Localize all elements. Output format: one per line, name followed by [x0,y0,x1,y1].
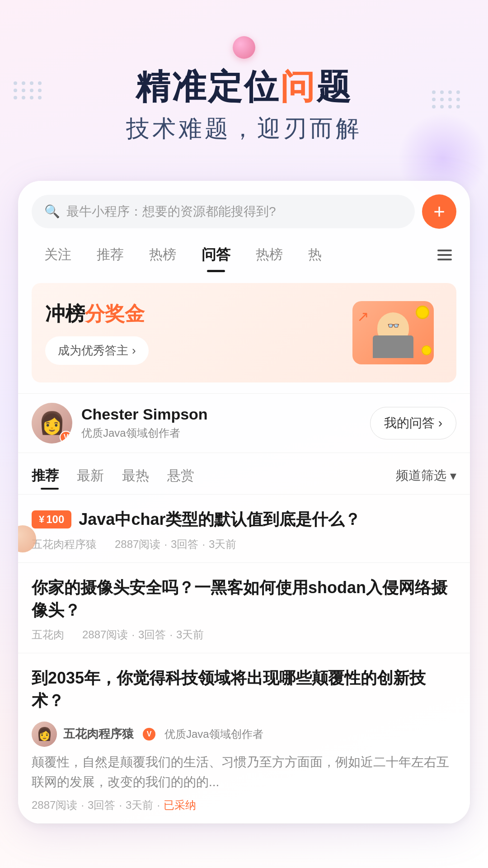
author-title-3: 优质Java领域创作者 [164,727,263,741]
question-author-1: 五花肉程序猿 [32,537,97,552]
question-author-2: 五花肉 [32,627,64,642]
question-title-1: Java中char类型的默认值到底是什么？ [79,508,361,531]
cartoon-laptop [373,335,413,358]
search-bar[interactable]: 🔍 最牛小程序：想要的资源都能搜得到? [32,195,415,228]
tab-hot1[interactable]: 热榜 [136,238,189,271]
question-time-3: 3天前 [126,798,153,812]
question-title-2: 你家的摄像头安全吗？一黑客如何使用shodan入侵网络摄像头？ [32,576,456,622]
add-button[interactable]: + [422,194,456,229]
hero-title-sub: 技术难题，迎刃而解 [27,113,461,145]
coin-1 [416,306,429,319]
nav-tabs: 关注 推荐 热榜 问答 热榜 热 [18,233,470,272]
dropdown-icon: ▾ [450,468,456,483]
coin-2 [422,345,432,355]
filter-tab-hottest[interactable]: 最热 [113,462,158,490]
filter-tab-latest[interactable]: 最新 [68,462,113,490]
question-item-2[interactable]: 你家的摄像头安全吗？一黑客如何使用shodan入侵网络摄像头？ 五花肉 2887… [18,563,470,653]
question-meta-1: 五花肉程序猿 2887阅读 · 3回答 · 3天前 [32,537,456,552]
tab-follow[interactable]: 关注 [32,238,84,271]
tab-recommend[interactable]: 推荐 [84,238,136,271]
question-reads-3: 2887阅读 [32,798,77,812]
dots-right-decoration [432,90,461,108]
answer-author-section: 👩 五花肉程序猿 V 优质Java领域创作者 [32,722,456,747]
banner-cta-button[interactable]: 成为优秀答主 › [45,336,149,365]
question-meta-3: 2887阅读 · 3回答 · 3天前 · 已采纳 [32,798,456,812]
search-bar-wrap: 🔍 最牛小程序：想要的资源都能搜得到? + [18,181,470,233]
search-placeholder: 最牛小程序：想要的资源都能搜得到? [66,203,276,220]
avatar-image: 👩 [38,410,66,436]
banner-left: 冲榜分奖金 成为优秀答主 › [45,301,343,365]
question-reads-2: 2887阅读 [82,627,128,642]
banner-title: 冲榜分奖金 [45,301,343,327]
verified-badge: V [60,431,72,443]
dots-left-decoration [14,81,42,99]
question-title-3: 到2035年，你觉得科技领域将出现哪些颠覆性的创新技术？ [32,667,456,712]
tab-qa[interactable]: 问答 [189,238,243,272]
question-time-1: 3天前 [209,537,236,552]
question-item-1[interactable]: ¥ 100 Java中char类型的默认值到底是什么？ 五花肉程序猿 2887阅… [18,495,470,563]
question-meta-2: 五花肉 2887阅读 · 3回答 · 3天前 [32,627,456,642]
user-text: Chester Simpson 优质Java领域创作者 [81,406,370,440]
user-info-section: 👩 V Chester Simpson 优质Java领域创作者 我的问答 › [18,393,470,453]
adopted-tag: 已采纳 [164,798,196,812]
hero-section: 精准定位问题 技术难题，迎刃而解 [0,0,488,163]
cartoon-glasses: 👓 [387,320,399,332]
question-reads-1: 2887阅读 [115,537,160,552]
question-item-3[interactable]: 到2035年，你觉得科技领域将出现哪些颠覆性的创新技术？ 👩 五花肉程序猿 V … [18,653,470,824]
channel-filter-button[interactable]: 频道筛选 ▾ [396,467,456,484]
bubble-decoration [233,36,255,59]
filter-tabs: 推荐 最新 最热 悬赏 频道筛选 ▾ [18,453,470,495]
chevron-right-icon: › [132,344,136,358]
user-name: Chester Simpson [81,406,370,423]
question-answers-3: 3回答 [88,798,115,812]
my-answers-button[interactable]: 我的问答 › [370,407,456,439]
tab-hot2[interactable]: 热榜 [243,238,296,271]
answer-excerpt-3: 颠覆性，自然是颠覆我们的生活、习惯乃至方方面面，例如近二十年左右互联网的发展，改… [32,752,456,793]
chevron-right-icon: › [438,416,442,430]
hero-title-main: 精准定位问题 [27,68,461,106]
question-author-3: 五花肉程序猿 [63,726,134,742]
user-credential: 优质Java领域创作者 [81,426,370,440]
promotion-banner[interactable]: 冲榜分奖金 成为优秀答主 › ↗ 👓 [32,283,456,382]
author-v-badge: V [143,728,155,741]
filter-tab-bounty[interactable]: 悬赏 [158,462,203,490]
reward-tag-1: ¥ 100 [32,510,71,528]
question-time-2: 3天前 [176,627,204,642]
question-header-1: ¥ 100 Java中char类型的默认值到底是什么？ [32,508,456,531]
search-icon: 🔍 [44,204,60,219]
tab-more-label[interactable]: 热 [296,238,334,271]
yen-icon: ¥ [39,514,44,525]
mini-avatar-3: 👩 [32,722,57,747]
filter-tab-recommend[interactable]: 推荐 [32,462,68,490]
arrow-up-icon: ↗ [357,308,369,325]
question-answers-1: 3回答 [171,537,198,552]
phone-card: 🔍 最牛小程序：想要的资源都能搜得到? + 关注 推荐 热榜 问答 热榜 热 冲… [18,181,470,824]
question-answers-2: 3回答 [138,627,166,642]
nav-menu-icon[interactable] [433,242,456,268]
banner-illustration: ↗ 👓 [343,297,443,369]
avatar: 👩 V [32,403,72,443]
